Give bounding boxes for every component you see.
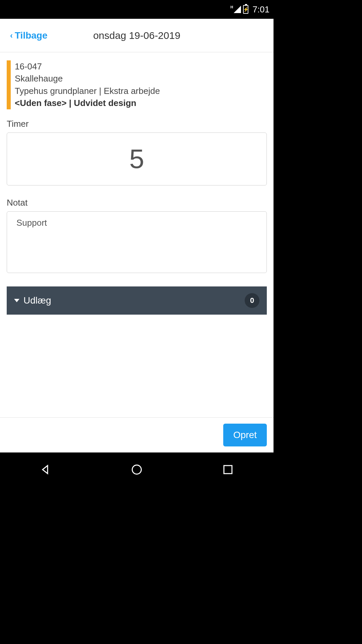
expand-left: Udlæg	[14, 295, 51, 306]
phase-line: <Uden fase> | Udvidet design	[15, 97, 267, 109]
battery-bolt-icon: ⚡	[243, 7, 249, 12]
status-bar: H ⚡ 7:01	[0, 0, 274, 19]
timer-field-group: Timer	[7, 119, 267, 185]
network-type-label: H	[230, 5, 233, 9]
back-button[interactable]: ‹ Tilbage	[0, 30, 48, 41]
client-name: Skallehauge	[15, 72, 267, 85]
project-code: 16-047	[15, 60, 267, 72]
notat-field-group: Notat	[7, 198, 267, 274]
app-header: ‹ Tilbage onsdag 19-06-2019	[0, 19, 274, 52]
system-recent-button[interactable]	[222, 464, 234, 476]
page-title: onsdag 19-06-2019	[93, 30, 180, 41]
udlaeg-expand-header[interactable]: Udlæg 0	[7, 286, 267, 315]
status-icons: H ⚡ 7:01	[230, 4, 269, 15]
chevron-left-icon: ‹	[10, 31, 13, 40]
timer-label: Timer	[7, 119, 267, 129]
notat-label: Notat	[7, 198, 267, 208]
app-content: ‹ Tilbage onsdag 19-06-2019 16-047 Skall…	[0, 19, 274, 452]
create-button[interactable]: Opret	[223, 424, 267, 446]
system-back-button[interactable]	[40, 464, 52, 476]
system-home-button[interactable]	[131, 464, 143, 476]
project-info-block: 16-047 Skallehauge Typehus grundplaner |…	[7, 60, 267, 109]
main-content: 16-047 Skallehauge Typehus grundplaner |…	[0, 52, 274, 417]
udlaeg-label: Udlæg	[23, 295, 51, 306]
svg-point-0	[132, 465, 141, 474]
udlaeg-count-badge: 0	[245, 293, 259, 308]
signal-icon	[234, 6, 241, 13]
task-line: Typehus grundplaner | Ekstra arbejde	[15, 85, 267, 97]
footer: Opret	[0, 417, 274, 452]
back-label: Tilbage	[15, 30, 48, 41]
status-time: 7:01	[252, 4, 269, 15]
notat-textarea[interactable]	[7, 211, 267, 273]
chevron-down-icon	[14, 299, 19, 302]
svg-rect-1	[224, 466, 232, 474]
system-nav-bar	[0, 452, 274, 487]
battery-charging-icon: ⚡	[243, 5, 248, 14]
timer-input[interactable]	[7, 132, 267, 185]
